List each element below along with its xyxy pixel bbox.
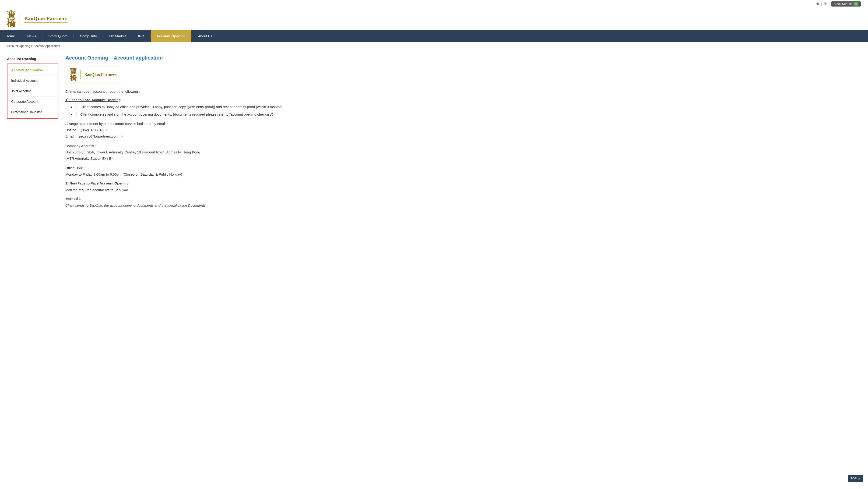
email-label: Email： <box>65 134 78 138</box>
bullet-ii: ii) <box>75 112 80 116</box>
bullet-i: i) <box>75 105 80 109</box>
section1-item-1-text: Client comes to BaoQiao office and provi… <box>81 105 283 109</box>
section1-item-2-text: Client completes and sign the account op… <box>80 112 273 116</box>
section2-heading: 2) Non-Face to Face Account Opening <box>65 181 320 185</box>
sidebar-item-individual-account[interactable]: Individual Account <box>7 76 58 86</box>
address-label: Company Address： <box>65 143 320 149</box>
logo: 寶 橋 BaoQiao Partners <box>7 10 67 27</box>
stock-search-badge: 自 <box>854 2 859 6</box>
sidebar: Account Opening Account Application Indi… <box>7 55 58 208</box>
address-line2: (MTR Admiralty Station Exit E) <box>65 155 320 162</box>
logo-english-text: BaoQiao Partners <box>24 16 67 22</box>
address-info: Company Address： Unit 2803-05, 28/F, Tow… <box>65 143 320 162</box>
section1-item-1: i) Client comes to BaoQiao office and pr… <box>75 104 320 110</box>
content-logo-char-bottom: 橋 <box>70 75 76 81</box>
nav-account-opening[interactable]: Account Opening <box>151 30 191 42</box>
office-hours-label: Office Hour： <box>65 165 320 171</box>
stock-search-button[interactable]: Stock Search 自 <box>831 1 861 6</box>
section2-text: Mail the required documents to BaoQiao <box>65 187 320 193</box>
content-wrapper: Account Opening Account Application Indi… <box>0 50 327 213</box>
hotline-line: Hotline： (852) 3798-3718 <box>65 127 320 133</box>
nav-home[interactable]: Home <box>0 30 21 42</box>
nav-comp-info[interactable]: Comp. Info <box>74 30 102 42</box>
separator3: | <box>863 2 863 6</box>
lang-trad-link[interactable]: 繁 <box>816 2 819 6</box>
section1-list: i) Client comes to BaoQiao office and pr… <box>75 104 320 117</box>
sidebar-item-corporate-account[interactable]: Corporate Account <box>7 96 58 107</box>
nav-news[interactable]: News <box>22 30 42 42</box>
sidebar-menu: Account Application Individual Account J… <box>7 63 58 119</box>
nav-ipo[interactable]: IPO <box>132 30 150 42</box>
email-value: sec.info@bqpartners.com.hk <box>79 134 123 138</box>
contact-label: Arrange appointment by our customer serv… <box>65 120 320 127</box>
nav-hk-market[interactable]: HK Market <box>104 30 131 42</box>
method1-heading: Method 1 <box>65 197 320 201</box>
logo-char-bottom: 橋 <box>7 19 16 27</box>
top-bar: | 繁 | 簡 | Stock Search 自 | <box>0 0 868 8</box>
stock-search-label: Stock Search <box>834 2 852 6</box>
content-logo-english: BaoQiao Partners <box>84 73 117 77</box>
content-logo-char-top: 寶 <box>70 68 76 75</box>
content-logo-chinese: 寶 橋 <box>70 68 76 81</box>
header: 寶 橋 BaoQiao Partners <box>0 8 868 30</box>
sidebar-item-joint-account[interactable]: Joint Account <box>7 86 58 96</box>
address-line1: Unit 2803-05, 28/F, Tower I, Admiralty C… <box>65 149 320 155</box>
logo-english-area: BaoQiao Partners <box>24 16 67 23</box>
logo-divider <box>20 13 20 25</box>
method1-text: Client sends to BaoQiao the account open… <box>65 202 320 208</box>
sidebar-item-account-application[interactable]: Account Application <box>7 65 58 76</box>
separator2: | <box>829 2 829 6</box>
intro-text: Clients can open account through the fol… <box>65 88 320 94</box>
logo-char-top: 寶 <box>7 10 16 19</box>
email-line: Email： sec.info@bqpartners.com.hk <box>65 133 320 139</box>
content-logo-divider <box>80 70 81 79</box>
section1-item-2: ii) Client completes and sign the accoun… <box>75 112 320 117</box>
content-logo: 寶 橋 BaoQiao Partners <box>65 66 121 84</box>
lang-simp-link[interactable]: 簡 <box>824 2 827 6</box>
breadcrumb: Account Opening > Account Application <box>0 42 868 50</box>
nav-stock-quote[interactable]: Stock Quote <box>43 30 73 42</box>
hotline-label: Hotline： <box>65 128 80 132</box>
page-title: Account Opening – Account application <box>65 55 320 61</box>
nav-bar: Home | News | Stock Quote | Comp. Info |… <box>0 30 868 42</box>
logo-chinese: 寶 橋 <box>7 10 16 27</box>
lang-separator: | <box>813 2 814 6</box>
section1-heading: 1) Face to Face Account Opening <box>65 98 320 102</box>
main-content: Account Opening – Account application 寶 … <box>65 55 320 208</box>
logo-underline <box>24 22 67 23</box>
office-hours-value: Monday to Friday 9:00am to 6:00pm (Close… <box>65 171 320 177</box>
nav-about-us[interactable]: About Us <box>192 30 218 42</box>
sidebar-title: Account Opening <box>7 55 58 63</box>
contact-info: Arrange appointment by our customer serv… <box>65 120 320 139</box>
office-hours: Office Hour： Monday to Friday 9:00am to … <box>65 165 320 177</box>
separator1: | <box>821 2 822 6</box>
sidebar-item-professional-investor[interactable]: Professional Investor <box>7 107 58 117</box>
hotline-value: (852) 3798-3718 <box>81 128 107 132</box>
breadcrumb-text: Account Opening > Account Application <box>7 44 60 48</box>
